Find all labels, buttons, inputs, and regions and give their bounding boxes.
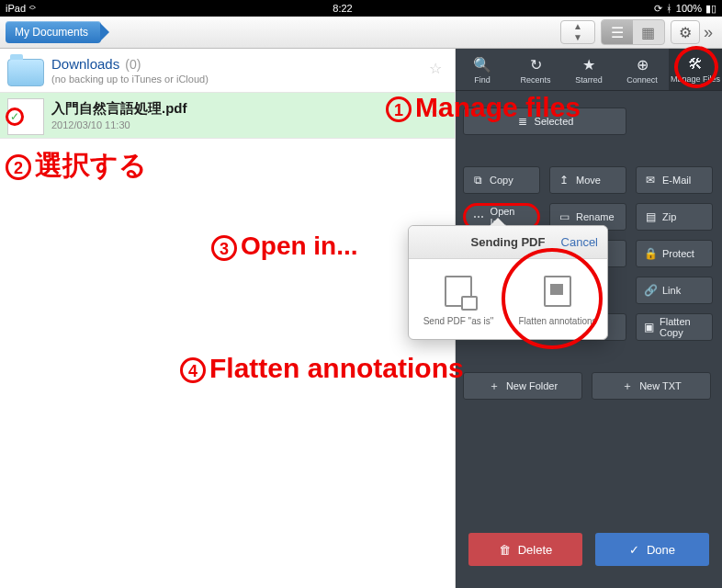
- tab-find[interactable]: 🔍Find: [456, 49, 509, 90]
- lock-icon: 🔒: [644, 247, 657, 260]
- done-button[interactable]: ✓Done: [595, 533, 709, 566]
- new-txt-button[interactable]: ＋New TXT: [592, 372, 711, 400]
- view-grid-button[interactable]: ▦: [633, 20, 664, 44]
- star-icon: ★: [562, 56, 615, 74]
- panel-tabs: 🔍Find ↻Recents ★Starred ⊕Connect 🛠Manage…: [456, 49, 722, 91]
- folder-subtitle: (no backing up to iTunes or iCloud): [51, 74, 414, 85]
- mail-icon: ✉: [644, 174, 657, 187]
- battery-icon: ▮▯: [705, 3, 716, 15]
- tab-starred[interactable]: ★Starred: [562, 49, 615, 90]
- bluetooth-icon: ᚼ: [666, 3, 672, 14]
- popover-title: Sending PDF: [471, 235, 546, 249]
- copy-button[interactable]: ⧉Copy: [463, 166, 540, 194]
- protect-button[interactable]: 🔒Protect: [636, 240, 713, 267]
- tab-connect[interactable]: ⊕Connect: [615, 49, 669, 90]
- open-in-popover: Sending PDF Cancel Send PDF "as is" Flat…: [408, 225, 608, 340]
- rename-icon: ▭: [558, 210, 570, 223]
- trash-icon: 🗑: [499, 543, 511, 557]
- breadcrumb[interactable]: My Documents: [6, 21, 101, 43]
- folder-count: (0): [125, 57, 141, 72]
- selected-count-button[interactable]: ≣Selected: [463, 107, 626, 135]
- email-button[interactable]: ✉E-Mail: [636, 166, 713, 194]
- delete-button[interactable]: 🗑Delete: [468, 533, 582, 566]
- wifi-icon: ⌔: [29, 3, 36, 14]
- document-export-icon: [445, 276, 472, 307]
- file-list: Downloads (0) (no backing up to iTunes o…: [0, 49, 456, 588]
- tools-icon: 🛠: [669, 56, 722, 73]
- check-icon: ✓: [629, 543, 639, 557]
- star-icon[interactable]: ☆: [429, 60, 442, 77]
- carrier-label: iPad: [6, 3, 26, 14]
- settings-button[interactable]: ⚙: [671, 20, 700, 44]
- main-area: Downloads (0) (no backing up to iTunes o…: [0, 49, 722, 588]
- toolbar: My Documents ▲▼ ☰ ▦ ⚙ »: [0, 17, 722, 49]
- status-bar: iPad ⌔ 8:22 ⟳ ᚼ 100% ▮▯: [0, 0, 722, 17]
- file-name: 入門自然言語処理.pdf: [51, 100, 187, 118]
- clock-label: 8:22: [116, 3, 570, 14]
- sort-button[interactable]: ▲▼: [560, 20, 595, 44]
- move-button[interactable]: ↥Move: [549, 166, 626, 194]
- popover-cancel-button[interactable]: Cancel: [561, 235, 598, 249]
- folder-icon: [7, 59, 44, 86]
- file-row-pdf[interactable]: ✓ 入門自然言語処理.pdf 2012/03/10 11:30 ☆: [0, 93, 455, 139]
- send-as-is-option[interactable]: Send PDF "as is": [409, 259, 508, 339]
- folder-name: Downloads: [51, 56, 119, 72]
- list-icon: ≣: [516, 115, 529, 128]
- link-icon: 🔗: [644, 284, 657, 297]
- battery-label: 100%: [676, 3, 702, 14]
- copy-icon: ⧉: [471, 174, 484, 187]
- globe-icon: ⊕: [615, 56, 669, 74]
- move-icon: ↥: [558, 174, 570, 187]
- view-mode-segment: ☰ ▦: [601, 19, 665, 45]
- plus-icon: ＋: [488, 379, 501, 394]
- view-list-button[interactable]: ☰: [602, 20, 633, 44]
- new-folder-button[interactable]: ＋New Folder: [463, 372, 582, 400]
- flatten-icon: ▣: [644, 321, 654, 334]
- zip-button[interactable]: ▤Zip: [636, 203, 713, 231]
- orientation-lock-icon: ⟳: [654, 3, 662, 15]
- ellipsis-icon: ⋯: [473, 210, 485, 223]
- file-date: 2012/03/10 11:30: [51, 119, 130, 130]
- clock-icon: ↻: [509, 56, 562, 74]
- flatten-annotations-option[interactable]: Flatten annotations: [508, 259, 607, 339]
- document-flatten-icon: [544, 276, 571, 307]
- folder-row-downloads[interactable]: Downloads (0) (no backing up to iTunes o…: [0, 49, 455, 93]
- link-button[interactable]: 🔗Link: [636, 277, 713, 304]
- more-chevrons-icon[interactable]: »: [700, 23, 716, 42]
- search-icon: 🔍: [456, 56, 509, 74]
- zip-icon: ▤: [644, 210, 657, 223]
- star-icon[interactable]: ☆: [429, 104, 442, 121]
- tab-manage-files[interactable]: 🛠Manage Files: [669, 49, 722, 90]
- plus-icon: ＋: [621, 379, 634, 394]
- tab-recents[interactable]: ↻Recents: [509, 49, 562, 90]
- selection-ring-annotation: [6, 107, 24, 126]
- flatten-copy-button[interactable]: ▣Flatten Copy: [636, 313, 713, 341]
